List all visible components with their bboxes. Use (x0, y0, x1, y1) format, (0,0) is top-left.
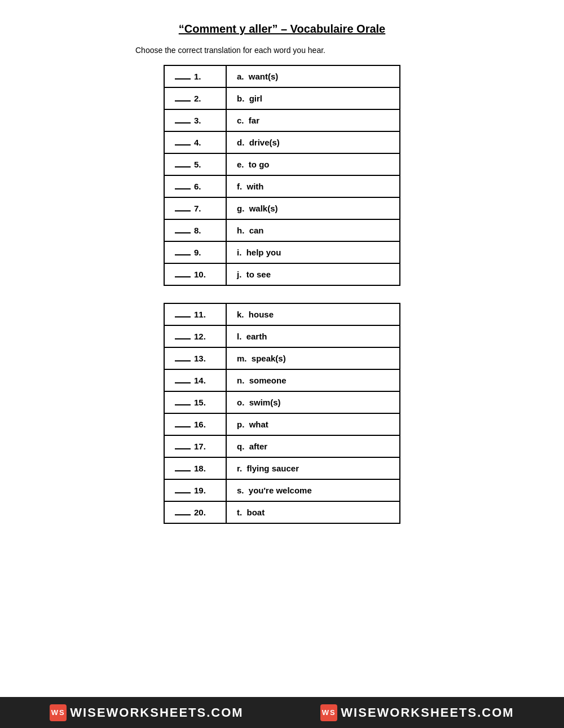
blank-line (175, 426, 191, 427)
table-row: 10. j. to see (164, 263, 400, 285)
number-cell: 4. (164, 131, 226, 153)
table-row: 16. p. what (164, 413, 400, 435)
number-cell: 13. (164, 347, 226, 369)
table-row: 14. n. someone (164, 369, 400, 391)
number-cell: 11. (164, 303, 226, 325)
table-row: 5. e. to go (164, 153, 400, 175)
number-cell: 8. (164, 219, 226, 241)
number-cell: 12. (164, 325, 226, 347)
table-row: 12. l. earth (164, 325, 400, 347)
blank-line (175, 276, 191, 277)
blank-line (175, 360, 191, 361)
blank-line (175, 100, 191, 102)
blank-line (175, 188, 191, 189)
answer-cell: f. with (226, 175, 400, 197)
blank-line (175, 470, 191, 471)
table-row: 18. r. flying saucer (164, 457, 400, 479)
blank-line (175, 78, 191, 80)
blank-line (175, 514, 191, 515)
answer-cell: b. girl (226, 87, 400, 109)
blank-line (175, 338, 191, 339)
footer-icon-2: WS (320, 704, 337, 721)
footer-text-2: WISEWORKSHEETS.COM (341, 705, 514, 720)
answer-cell: c. far (226, 109, 400, 131)
blank-line (175, 144, 191, 145)
table-row: 13. m. speak(s) (164, 347, 400, 369)
footer-logo-2: WS WISEWORKSHEETS.COM (320, 704, 514, 721)
table-row: 3. c. far (164, 109, 400, 131)
number-cell: 9. (164, 241, 226, 263)
answer-cell: q. after (226, 435, 400, 457)
table-row: 1. a. want(s) (164, 65, 400, 87)
answer-cell: t. boat (226, 501, 400, 523)
table-row: 8. h. can (164, 219, 400, 241)
number-cell: 6. (164, 175, 226, 197)
blank-line (175, 254, 191, 255)
page-title: “Comment y aller” – Vocabulaire Orale (34, 23, 530, 36)
answer-cell: d. drive(s) (226, 131, 400, 153)
answer-cell: a. want(s) (226, 65, 400, 87)
instructions-text: Choose the correct translation for each … (135, 46, 530, 55)
blank-line (175, 232, 191, 233)
number-cell: 7. (164, 197, 226, 219)
answer-cell: r. flying saucer (226, 457, 400, 479)
number-cell: 17. (164, 435, 226, 457)
table-row: 17. q. after (164, 435, 400, 457)
number-cell: 20. (164, 501, 226, 523)
table-2: 11. k. house 12. l. earth 13. m. speak(s… (164, 303, 400, 524)
table-row: 7. g. walk(s) (164, 197, 400, 219)
blank-line (175, 492, 191, 493)
number-cell: 2. (164, 87, 226, 109)
answer-cell: i. help you (226, 241, 400, 263)
blank-line (175, 382, 191, 383)
table-row: 15. o. swim(s) (164, 391, 400, 413)
table-row: 4. d. drive(s) (164, 131, 400, 153)
footer: WS WISEWORKSHEETS.COM WS WISEWORKSHEETS.… (0, 697, 564, 728)
number-cell: 18. (164, 457, 226, 479)
footer-icon-1: WS (50, 704, 67, 721)
answer-cell: p. what (226, 413, 400, 435)
blank-line (175, 448, 191, 449)
answer-cell: j. to see (226, 263, 400, 285)
blank-line (175, 166, 191, 167)
table-1: 1. a. want(s) 2. b. girl 3. c. far 4. (164, 65, 400, 286)
table-row: 11. k. house (164, 303, 400, 325)
answer-cell: g. walk(s) (226, 197, 400, 219)
number-cell: 10. (164, 263, 226, 285)
number-cell: 15. (164, 391, 226, 413)
number-cell: 14. (164, 369, 226, 391)
tables-container: 1. a. want(s) 2. b. girl 3. c. far 4. (34, 65, 530, 524)
blank-line (175, 122, 191, 123)
blank-line (175, 210, 191, 211)
table-row: 2. b. girl (164, 87, 400, 109)
answer-cell: h. can (226, 219, 400, 241)
blank-line (175, 316, 191, 317)
answer-cell: s. you're welcome (226, 479, 400, 501)
answer-cell: l. earth (226, 325, 400, 347)
footer-text-1: WISEWORKSHEETS.COM (70, 705, 243, 720)
footer-logo-1: WS WISEWORKSHEETS.COM (50, 704, 243, 721)
number-cell: 16. (164, 413, 226, 435)
blank-line (175, 404, 191, 405)
number-cell: 3. (164, 109, 226, 131)
answer-cell: o. swim(s) (226, 391, 400, 413)
table-row: 6. f. with (164, 175, 400, 197)
table-row: 19. s. you're welcome (164, 479, 400, 501)
answer-cell: m. speak(s) (226, 347, 400, 369)
answer-cell: e. to go (226, 153, 400, 175)
number-cell: 5. (164, 153, 226, 175)
table-row: 20. t. boat (164, 501, 400, 523)
answer-cell: n. someone (226, 369, 400, 391)
table-row: 9. i. help you (164, 241, 400, 263)
number-cell: 1. (164, 65, 226, 87)
answer-cell: k. house (226, 303, 400, 325)
number-cell: 19. (164, 479, 226, 501)
